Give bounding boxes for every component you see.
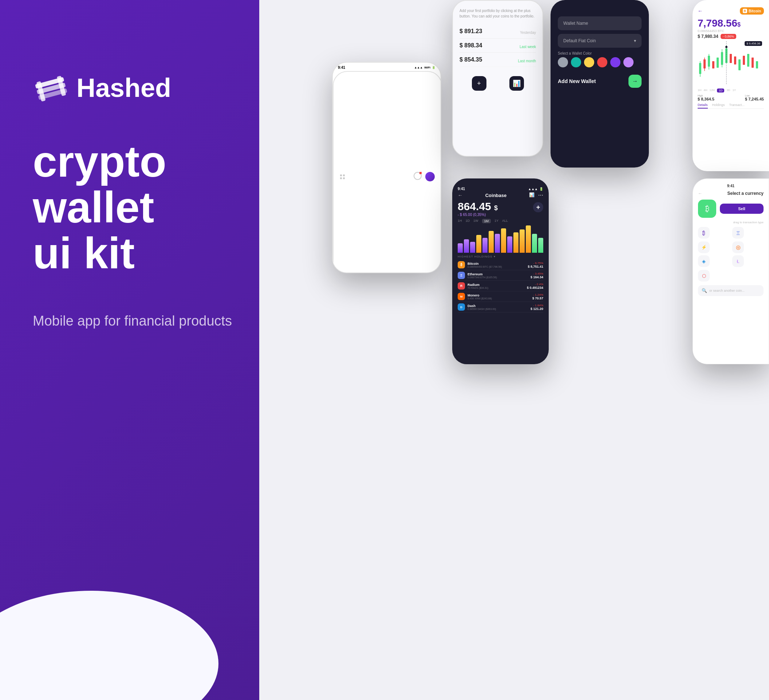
- filter-1h[interactable]: 1H: [458, 219, 462, 223]
- svg-rect-22: [734, 56, 736, 64]
- currency-rad-icon[interactable]: ⚡: [698, 241, 709, 253]
- filter-1y[interactable]: 1Y: [494, 219, 499, 223]
- amount-row-3[interactable]: $ 854.35 Last month: [460, 53, 536, 67]
- currency-dash-icon[interactable]: ◈: [698, 255, 709, 267]
- wallet-name-input[interactable]: Wallet Name: [558, 16, 642, 30]
- hashed-logo-icon: [33, 73, 69, 102]
- holding-monero[interactable]: M Monero 9.456 XRM ($243.88) - 1.24% $ 7…: [458, 291, 543, 302]
- grid-menu-icon[interactable]: [340, 174, 345, 179]
- amount-row-2[interactable]: $ 898.34 Last week: [460, 39, 536, 53]
- fiat-dropdown[interactable]: Default Fiat Coin ▾: [558, 34, 642, 48]
- detail-tab-transactions[interactable]: Transact...: [729, 103, 745, 109]
- ethereum-holding-icon: Ξ: [458, 272, 465, 279]
- currency-time: 9:41: [698, 184, 764, 188]
- time-period-buttons: 1H 4H 12H 1D 3D 1Y: [698, 89, 764, 93]
- figma-dot-green: [56, 608, 66, 618]
- coinbase-battery: 🔋: [539, 187, 543, 191]
- add-wallet-button[interactable]: →: [629, 75, 642, 88]
- coinbase-more-icon[interactable]: ⋯: [538, 192, 543, 198]
- fiat-label: Default Fiat Coin: [563, 38, 596, 43]
- currency-search-bar[interactable]: 🔍 or search another coin...: [698, 285, 764, 296]
- notification-icon[interactable]: [413, 172, 422, 180]
- coinbase-add-btn[interactable]: +: [533, 202, 543, 212]
- amount-list: $ 891.23 Yesterday $ 898.34 Last week $ …: [453, 23, 542, 69]
- period-3d[interactable]: 3D: [726, 89, 730, 93]
- coinbase-amount: 864.45 $ +: [458, 200, 543, 213]
- currency-ltc-icon[interactable]: Ł: [732, 255, 744, 267]
- coinbase-signal: ▲▲▲: [528, 187, 538, 191]
- bar-11: [520, 229, 525, 253]
- bar-2: [464, 239, 469, 253]
- currency-xmr2-icon[interactable]: ⬡: [698, 270, 709, 282]
- bar-10: [513, 232, 518, 253]
- holding-radium[interactable]: R Radium 70 RADS ($34.31) - 2.4% $ 0.491…: [458, 281, 543, 291]
- amount-row-1[interactable]: $ 891.23 Yesterday: [460, 24, 536, 39]
- detail-tabs: Details Holdings Transact...: [698, 103, 764, 109]
- color-teal[interactable]: [571, 57, 581, 68]
- svg-rect-8: [703, 60, 706, 68]
- filter-1w[interactable]: 1W: [473, 219, 478, 223]
- topleft-chart-btn[interactable]: 📊: [509, 76, 524, 91]
- filter-1d[interactable]: 1D: [466, 219, 470, 223]
- back-arrow-icon[interactable]: ←: [698, 8, 703, 14]
- bar-6: [489, 231, 494, 253]
- wifi-icon: WiFi: [424, 66, 430, 69]
- svg-point-29: [725, 46, 727, 48]
- phone-dark-wallet: Wallet Name Default Fiat Coin ▾ Select a…: [550, 0, 649, 167]
- detail-tab-holdings[interactable]: Holdings: [712, 103, 725, 109]
- currency-featured-row: ₿ Sell: [698, 200, 764, 218]
- high-stat: High $ 8,364.5: [698, 94, 714, 101]
- svg-rect-23: [738, 60, 741, 70]
- add-wallet-label: Add New Wallet: [558, 78, 596, 84]
- holding-ethereum[interactable]: Ξ Ethereum 0.0687548 ETH ($165.56) - 3.4…: [458, 270, 543, 281]
- bitcoin-b-icon: B: [743, 9, 748, 13]
- main-status-icons: ▲▲▲ WiFi 🔋: [414, 66, 436, 69]
- currency-select-content: 9:41 ← Select a currency ₿ Sell drag to …: [693, 179, 769, 301]
- color-gray[interactable]: [558, 57, 568, 68]
- bar-14: [538, 238, 543, 253]
- coinbase-change: - $ 65.00 (0,35%): [458, 213, 543, 217]
- low-value: $ 7,245.45: [745, 97, 764, 101]
- left-hero-section: Hashed cryptowalletui kit Mobile app for…: [0, 0, 277, 700]
- holding-bitcoin[interactable]: ₿ Bitcoin 0.086564453 BTC ($7,798.56) - …: [458, 260, 543, 270]
- period-1h[interactable]: 1H: [698, 89, 701, 93]
- topleft-add-btn[interactable]: +: [472, 76, 486, 91]
- phone-main: 9:41 ▲▲▲ WiFi 🔋 Portf: [332, 62, 441, 273]
- figma-dot-red: [33, 608, 43, 618]
- period-1y[interactable]: 1Y: [733, 89, 736, 93]
- featured-coin-icon[interactable]: ₿: [698, 200, 716, 218]
- period-1d[interactable]: 1D: [717, 89, 724, 93]
- portfolio-bar-chart: [458, 225, 543, 253]
- currency-eth-icon[interactable]: Ξ: [732, 227, 744, 238]
- candlestick-svg: [698, 41, 764, 85]
- holding-dash[interactable]: D Dash 0.98566 DASH ($363.60) - 1.84% $ …: [458, 302, 543, 312]
- currency-xmr-icon[interactable]: ◎: [732, 241, 744, 253]
- bitcoin-sub-label: 0.086564453 BTC: [698, 29, 764, 33]
- color-light-purple[interactable]: [623, 57, 634, 68]
- radium-holding-icon: R: [458, 282, 465, 290]
- period-12h[interactable]: 12H: [709, 89, 715, 93]
- bitcoin-holding-name: Bitcoin: [468, 262, 502, 266]
- color-purple[interactable]: [610, 57, 621, 68]
- color-yellow[interactable]: [584, 57, 594, 68]
- period-4h[interactable]: 4H: [703, 89, 707, 93]
- svg-rect-25: [747, 54, 749, 67]
- coinbase-wallet-name: Coinbase: [485, 193, 507, 198]
- detail-tab-details[interactable]: Details: [698, 103, 708, 109]
- coinbase-action-icons: 📊 ⋯: [529, 192, 543, 198]
- main-time: 9:41: [338, 66, 345, 69]
- coinbase-detail-content: 9:41 ▲▲▲ 🔋 ← Coinbase 📊 ⋯ 864.45 $: [452, 179, 549, 318]
- phone-bitcoin: ← B Bitcoin 7,798.56$ 0.086564453 BTC $ …: [693, 0, 769, 171]
- user-avatar[interactable]: [425, 172, 435, 181]
- coinbase-chart-icon[interactable]: 📊: [529, 192, 534, 198]
- search-icon: 🔍: [701, 288, 707, 293]
- filter-1m[interactable]: 1M: [482, 219, 491, 223]
- coinbase-back-icon[interactable]: ←: [458, 192, 463, 198]
- bar-5: [483, 238, 487, 253]
- color-red[interactable]: [597, 57, 607, 68]
- currency-back-icon[interactable]: ←: [698, 191, 702, 196]
- sell-button[interactable]: Sell: [720, 204, 764, 214]
- portfolio-description: Add your first portfolio by clicking at …: [453, 1, 542, 23]
- filter-all[interactable]: ALL: [502, 219, 508, 223]
- currency-btc-icon[interactable]: ₿: [698, 227, 709, 238]
